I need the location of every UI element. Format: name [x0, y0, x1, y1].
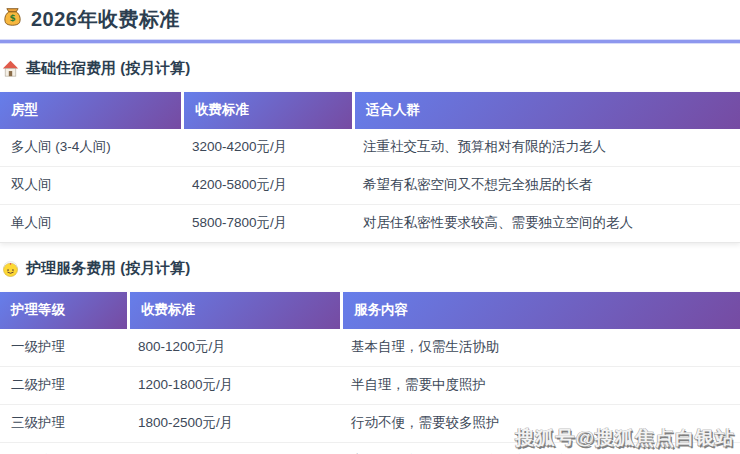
- fee-standard-page: $ 2026年收费标准 基础住宿费用 (按月计算) 房型 收费标准 适合人: [0, 0, 740, 454]
- table-row: 二级护理 1200-1800元/月 半自理，需要中度照护: [0, 367, 740, 405]
- table-cell-fee: 1200-1800元/月: [127, 367, 340, 405]
- table-header-row: 房型 收费标准 适合人群: [0, 92, 740, 129]
- section-heading-label: 护理服务费用 (按月计算): [26, 259, 190, 278]
- table-cell-fee: 2500-3500元/月: [127, 443, 340, 454]
- table-header-row: 护理等级 收费标准 服务内容: [0, 292, 740, 329]
- nurse-icon: [2, 260, 19, 277]
- table-row: 三级护理 1800-2500元/月 行动不便，需要较多照护: [0, 405, 740, 443]
- table-cell-audience: 希望有私密空间又不想完全独居的长者: [352, 167, 740, 205]
- house-icon: [2, 60, 19, 77]
- page-title: 2026年收费标准: [31, 6, 180, 33]
- header-fee-standard: 收费标准: [127, 292, 340, 329]
- table-cell-care-level: 三级护理: [0, 405, 127, 443]
- table-cell-care-level: 特级护理: [0, 443, 127, 454]
- table-cell-care-level: 二级护理: [0, 367, 127, 405]
- table-row: 双人间 4200-5800元/月 希望有私密空间又不想完全独居的长者: [0, 167, 740, 205]
- table-cell-service: 半自理，需要中度照护: [340, 367, 740, 405]
- table-row: 多人间 (3-4人间) 3200-4200元/月 注重社交互动、预算相对有限的活…: [0, 129, 740, 167]
- header-service-content: 服务内容: [340, 292, 740, 329]
- table-cell-audience: 对居住私密性要求较高、需要独立空间的老人: [352, 205, 740, 243]
- nursing-fee-table: 护理等级 收费标准 服务内容 一级护理 800-1200元/月 基本自理，仅需生…: [0, 292, 740, 454]
- table-cell-fee: 1800-2500元/月: [127, 405, 340, 443]
- table-cell-room-type: 双人间: [0, 167, 181, 205]
- table-cell-care-level: 一级护理: [0, 329, 127, 367]
- section-heading-nursing: 护理服务费用 (按月计算): [2, 259, 740, 278]
- table-cell-fee: 4200-5800元/月: [181, 167, 352, 205]
- section-heading-label: 基础住宿费用 (按月计算): [26, 59, 190, 78]
- money-bag-icon: $: [2, 7, 23, 32]
- table-row: 一级护理 800-1200元/月 基本自理，仅需生活协助: [0, 329, 740, 367]
- table-cell-service: 完全不能自理，需要全方位专业照护: [340, 443, 740, 454]
- table-row: 单人间 5800-7800元/月 对居住私密性要求较高、需要独立空间的老人: [0, 205, 740, 243]
- table-cell-room-type: 单人间: [0, 205, 181, 243]
- header-suitable-people: 适合人群: [352, 92, 740, 129]
- title-divider: [0, 40, 740, 43]
- table-cell-fee: 800-1200元/月: [127, 329, 340, 367]
- table-cell-fee: 3200-4200元/月: [181, 129, 352, 167]
- header-room-type: 房型: [0, 92, 181, 129]
- header-care-level: 护理等级: [0, 292, 127, 329]
- table-cell-service: 行动不便，需要较多照护: [340, 405, 740, 443]
- table-cell-room-type: 多人间 (3-4人间): [0, 129, 181, 167]
- table-row: 特级护理 2500-3500元/月 完全不能自理，需要全方位专业照护: [0, 443, 740, 454]
- table-cell-fee: 5800-7800元/月: [181, 205, 352, 243]
- header-fee-standard: 收费标准: [181, 92, 352, 129]
- svg-text:$: $: [9, 13, 15, 23]
- table-cell-audience: 注重社交互动、预算相对有限的活力老人: [352, 129, 740, 167]
- section-accommodation-fees: 基础住宿费用 (按月计算) 房型 收费标准 适合人群 多人间 (3-4人间) 3…: [0, 59, 740, 243]
- page-header: $ 2026年收费标准: [0, 0, 740, 40]
- section-nursing-fees: 护理服务费用 (按月计算) 护理等级 收费标准 服务内容 一级护理 800-12…: [0, 259, 740, 454]
- accommodation-fee-table: 房型 收费标准 适合人群 多人间 (3-4人间) 3200-4200元/月 注重…: [0, 92, 740, 243]
- section-heading-accommodation: 基础住宿费用 (按月计算): [2, 59, 740, 78]
- table-cell-service: 基本自理，仅需生活协助: [340, 329, 740, 367]
